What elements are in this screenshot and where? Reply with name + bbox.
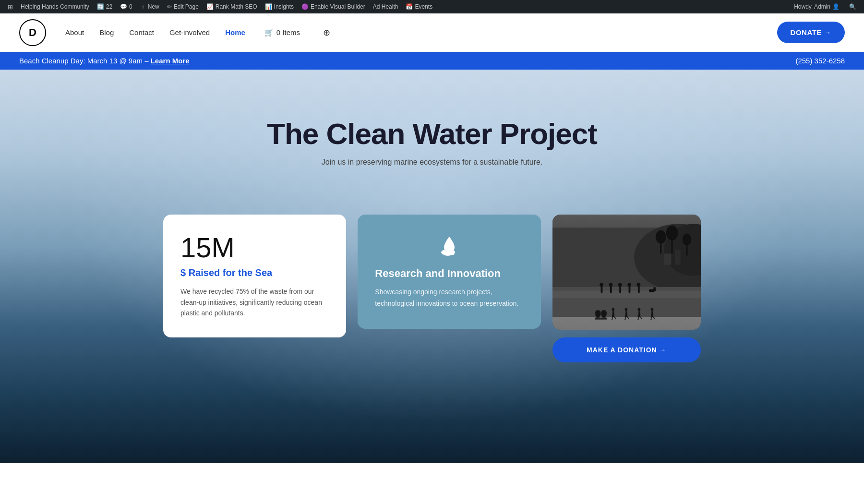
cart-label: 0 Items (276, 28, 300, 36)
card-body-text: We have recycled 75% of the waste from o… (180, 286, 329, 318)
hero-subtitle: Join us in preserving marine ecosystems … (267, 158, 597, 167)
enable-visual-builder-label: Enable Visual Builder (311, 3, 365, 10)
svg-rect-11 (664, 254, 671, 265)
svg-rect-23 (649, 289, 654, 292)
wordpress-icon[interactable]: ⊞ (4, 0, 17, 13)
svg-rect-21 (638, 287, 640, 293)
ad-health-label: Ad Health (373, 3, 398, 10)
insights-label: Insights (274, 3, 294, 10)
svg-point-6 (656, 230, 666, 244)
cart-icon: 🛒 (264, 28, 274, 37)
hero-content: The Clean Water Project Join us in prese… (267, 70, 597, 186)
admin-bar: ⊞ Helping Hands Community 🔄 22 💬 0 ＋ New… (0, 0, 864, 13)
announcement-text: Beach Cleanup Day: March 13 @ 9am – Lear… (19, 57, 190, 65)
site-name[interactable]: Helping Hands Community (17, 0, 93, 13)
card-research-text: Showcasing ongoing research projects, te… (375, 287, 523, 310)
svg-point-14 (600, 283, 603, 287)
main-nav: D About Blog Contact Get-involved Home 🛒… (0, 13, 864, 52)
svg-rect-12 (675, 250, 681, 265)
divi-icon: 🟣 (301, 3, 309, 10)
nav-cart[interactable]: 🛒 0 Items (261, 28, 300, 37)
nav-get-involved[interactable]: Get-involved (169, 28, 210, 37)
rank-math-seo[interactable]: 📈 Rank Math SEO (203, 0, 261, 13)
enable-visual-builder[interactable]: 🟣 Enable Visual Builder (298, 0, 369, 13)
svg-point-16 (609, 283, 612, 287)
howdy-label: Howdy, Admin (794, 3, 830, 10)
card-research: Research and Innovation Showcasing ongoi… (358, 215, 540, 329)
svg-rect-17 (619, 287, 621, 293)
card-image-wrap: MAKE A DONATION → (552, 215, 701, 362)
card-stats: 15M $ Raised for the Sea We have recycle… (163, 215, 346, 337)
phone-number: (255) 352-6258 (795, 57, 845, 65)
ad-health[interactable]: Ad Health (369, 0, 402, 13)
insights-button[interactable]: 📊 Insights (261, 0, 298, 13)
make-donation-button[interactable]: MAKE A DONATION → (552, 337, 701, 362)
svg-rect-19 (628, 287, 630, 293)
hero-section: The Clean Water Project Join us in prese… (0, 70, 864, 463)
howdy-admin[interactable]: Howdy, Admin 👤 (790, 3, 843, 10)
cards-row: 15M $ Raised for the Sea We have recycle… (154, 215, 710, 362)
svg-point-8 (666, 226, 678, 240)
admin-bar-right: Howdy, Admin 👤 🔍 (790, 3, 860, 10)
card-research-title: Research and Innovation (375, 267, 523, 280)
svg-point-20 (627, 283, 631, 287)
nav-links: About Blog Contact Get-involved Home 🛒 0… (65, 27, 777, 38)
updates-icon: 🔄 (97, 3, 104, 10)
wp-logo-icon: ⊞ (8, 3, 13, 11)
nav-search[interactable]: ⊕ (315, 27, 330, 38)
rank-math-label: Rank Math SEO (216, 3, 257, 10)
plus-icon: ＋ (140, 3, 146, 11)
nav-blog[interactable]: Blog (99, 28, 114, 37)
updates[interactable]: 🔄 22 (93, 0, 116, 13)
events[interactable]: 📅 Events (402, 0, 436, 13)
card-stat-label: $ Raised for the Sea (180, 267, 329, 278)
coastal-image (552, 215, 701, 330)
card-stat-number: 15M (180, 234, 329, 262)
admin-avatar: 👤 (832, 3, 840, 10)
announcement-bar: Beach Cleanup Day: March 13 @ 9am – Lear… (0, 52, 864, 70)
events-label: Events (415, 3, 432, 10)
comments-icon: 💬 (120, 3, 127, 10)
events-icon: 📅 (406, 3, 413, 10)
nav-about[interactable]: About (65, 28, 84, 37)
nav-contact[interactable]: Contact (129, 28, 154, 37)
svg-point-18 (618, 283, 622, 287)
site-name-label: Helping Hands Community (21, 3, 89, 10)
water-drop-hand-icon (375, 234, 523, 260)
learn-more-link[interactable]: Learn More (151, 57, 190, 65)
new-button[interactable]: ＋ New (136, 0, 163, 13)
site-logo[interactable]: D (19, 19, 46, 46)
search-icon: 🔍 (849, 3, 856, 10)
edit-page-label: Edit Page (174, 3, 199, 10)
svg-point-22 (636, 283, 640, 287)
logo-letter: D (29, 26, 36, 39)
svg-rect-15 (610, 287, 612, 293)
svg-rect-13 (600, 287, 602, 293)
svg-point-10 (682, 234, 691, 246)
donate-button[interactable]: DONATE → (777, 22, 845, 43)
comments[interactable]: 💬 0 (116, 0, 136, 13)
new-label: New (148, 3, 159, 10)
comments-count: 0 (129, 3, 132, 10)
edit-page-button[interactable]: ✏ Edit Page (163, 0, 203, 13)
search-icon[interactable]: ⊕ (323, 28, 330, 37)
hero-title: The Clean Water Project (267, 118, 597, 150)
svg-rect-24 (653, 287, 656, 291)
updates-count: 22 (106, 3, 112, 10)
nav-home[interactable]: Home (225, 28, 245, 37)
rank-math-icon: 📈 (206, 3, 214, 10)
edit-icon: ✏ (167, 3, 172, 10)
svg-rect-4 (552, 291, 701, 298)
admin-search[interactable]: 🔍 (845, 3, 860, 10)
insights-icon: 📊 (265, 3, 272, 10)
